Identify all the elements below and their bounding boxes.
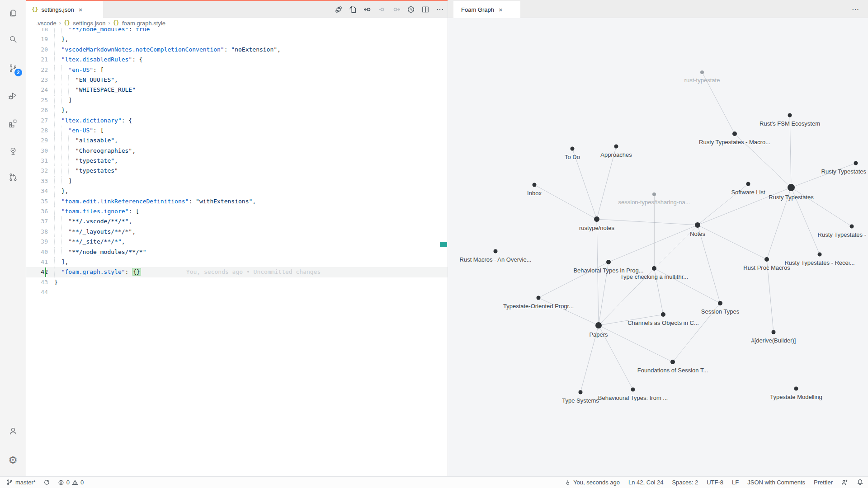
cursor-position[interactable]: Ln 42, Col 24 xyxy=(628,477,663,488)
overview-ruler-marker[interactable] xyxy=(440,242,447,247)
code-line-24[interactable]: 24 "WHITESPACE_RULE" xyxy=(26,85,448,95)
graph-edge xyxy=(534,185,597,219)
breadcrumb-item[interactable]: foam.graph.style xyxy=(122,20,165,27)
graph-edge xyxy=(791,163,856,188)
eol[interactable]: LF xyxy=(732,477,739,488)
more-actions-icon[interactable]: ⋯ xyxy=(850,4,861,14)
code-line-30[interactable]: 30 "Choreographies", xyxy=(26,146,448,156)
close-icon[interactable]: × xyxy=(77,6,84,14)
tab-settings-json[interactable]: {} settings.json × xyxy=(26,1,103,18)
code-token: , xyxy=(277,46,281,53)
graph-node-rust-proc-macros[interactable] xyxy=(764,257,769,262)
graph-node-session-types[interactable] xyxy=(718,301,722,305)
indentation[interactable]: Spaces: 2 xyxy=(672,477,698,488)
code-line-20[interactable]: 20 "vscodeMarkdownNotes.noteCompletionCo… xyxy=(26,45,448,55)
graph-node-typestate-modelling[interactable] xyxy=(794,387,798,391)
sidebar-item-settings[interactable]: ⚙ xyxy=(0,449,26,471)
graph-node-behavioural-types-from[interactable] xyxy=(631,388,635,392)
feedback[interactable] xyxy=(841,477,848,488)
code-line-37[interactable]: 37 "**/.vscode/**/*", xyxy=(26,216,448,226)
code-line-27[interactable]: 27 "ltex.dictionary": { xyxy=(26,116,448,126)
code-line-29[interactable]: 29 "aliasable", xyxy=(26,136,448,145)
graph-node-type-systems[interactable] xyxy=(579,390,583,394)
graph-node-rust-macros-overview[interactable] xyxy=(494,249,498,253)
code-line-25[interactable]: 25 ] xyxy=(26,95,448,105)
split-icon[interactable] xyxy=(420,5,430,14)
sidebar-item-explorer[interactable] xyxy=(0,3,26,24)
formatter[interactable]: Prettier xyxy=(814,477,833,488)
branch-status[interactable]: master* xyxy=(6,477,36,488)
graph-node-software-list[interactable] xyxy=(746,182,750,186)
sidebar-item-extensions[interactable] xyxy=(0,113,26,134)
code-line-44[interactable]: 44 xyxy=(26,287,448,297)
sidebar-item-source-control-history[interactable] xyxy=(0,166,26,188)
tab-foam-graph[interactable]: Foam Graph × xyxy=(453,1,520,18)
timeline-icon[interactable] xyxy=(406,5,416,14)
notifications[interactable] xyxy=(857,477,863,488)
graph-node-rusty-typestates-right[interactable] xyxy=(854,161,858,165)
code-line-26[interactable]: 26 }, xyxy=(26,105,448,115)
indent-guide xyxy=(61,136,62,145)
code-line-22[interactable]: 22 "en-US": [ xyxy=(26,65,448,75)
graph-node-type-checking[interactable] xyxy=(652,266,656,271)
sidebar-item-source-control[interactable]: 2 xyxy=(0,57,26,79)
more-icon[interactable] xyxy=(435,5,445,14)
graph-node-rusty-typestates-hub[interactable] xyxy=(788,184,795,191)
problems-status[interactable]: 00 xyxy=(58,477,84,488)
code-line-43[interactable]: 43} xyxy=(26,277,448,287)
graph-node-channels-objects[interactable] xyxy=(661,312,665,317)
history-icon xyxy=(8,172,19,183)
blame-status[interactable]: You, seconds ago xyxy=(565,477,620,488)
code-editor[interactable]: 18 "**/node_modules": true19 },20 "vscod… xyxy=(26,28,448,476)
file-arrow-icon[interactable] xyxy=(348,5,358,14)
sync-button[interactable] xyxy=(43,477,50,488)
graph-node-session-types-sharing[interactable] xyxy=(652,192,656,196)
code-line-35[interactable]: 35 "foam.edit.linkReferenceDefinitions":… xyxy=(26,197,448,206)
code-line-32[interactable]: 32 "typestates" xyxy=(26,166,448,176)
sidebar-item-run-debug[interactable] xyxy=(0,85,26,107)
code-line-39[interactable]: 39 "**/_site/**/*", xyxy=(26,237,448,247)
sidebar-item-todo-tree[interactable] xyxy=(0,141,26,162)
code-line-34[interactable]: 34 }, xyxy=(26,186,448,196)
graph-node-to-do[interactable] xyxy=(571,147,575,151)
code-line-18[interactable]: 18 "**/node_modules": true xyxy=(26,28,448,34)
graph-node-typestate-oriented[interactable] xyxy=(537,296,541,300)
graph-node-notes[interactable] xyxy=(695,222,700,228)
code-line-36[interactable]: 36 "foam.files.ignore": [ xyxy=(26,206,448,216)
graph-node-papers[interactable] xyxy=(595,322,602,328)
language-mode[interactable]: JSON with Comments xyxy=(747,477,805,488)
foam-graph-canvas[interactable]: rust-typestateRust's FSM EcosystemRusty … xyxy=(448,18,868,476)
indent-guide xyxy=(54,267,55,277)
breadcrumb-item[interactable]: .vscode xyxy=(36,20,57,27)
code-line-31[interactable]: 31 "typestate", xyxy=(26,156,448,166)
code-line-33[interactable]: 33 ] xyxy=(26,176,448,186)
compare-icon[interactable] xyxy=(334,5,344,14)
code-line-42[interactable]: 42 "foam.graph.style": {}You, seconds ag… xyxy=(26,267,448,277)
graph-node-rusty-typestates-macro[interactable] xyxy=(732,131,737,136)
code-line-40[interactable]: 40 "**/node_modules/**/*" xyxy=(26,247,448,257)
graph-node-derive-builder[interactable] xyxy=(772,330,776,334)
code-line-38[interactable]: 38 "**/_layouts/**/*", xyxy=(26,227,448,237)
encoding[interactable]: UTF-8 xyxy=(707,477,723,488)
close-icon[interactable]: × xyxy=(497,6,504,14)
graph-node-behavioral-types[interactable] xyxy=(606,260,611,264)
graph-node-inbox[interactable] xyxy=(533,183,537,187)
graph-node-approaches[interactable] xyxy=(614,145,618,149)
code-line-19[interactable]: 19 }, xyxy=(26,34,448,44)
graph-node-rustype-notes[interactable] xyxy=(594,216,599,222)
graph-node-rusty-typestates-far-right[interactable] xyxy=(850,225,854,229)
sidebar-item-search[interactable] xyxy=(0,28,26,50)
code-line-28[interactable]: 28 "en-US": [ xyxy=(26,126,448,136)
breadcrumb-item[interactable]: settings.json xyxy=(73,20,105,27)
editor-sash[interactable] xyxy=(448,0,448,476)
code-line-23[interactable]: 23 "EN_QUOTES", xyxy=(26,75,448,85)
sidebar-item-account[interactable] xyxy=(0,420,26,442)
prev-change-icon[interactable] xyxy=(363,5,373,14)
graph-node-foundations-session[interactable] xyxy=(670,360,675,364)
graph-node-rusty-typestates-recei[interactable] xyxy=(818,253,822,257)
code-line-21[interactable]: 21 "ltex.disabledRules": { xyxy=(26,55,448,65)
graph-node-rusts-fsm-ecosystem[interactable] xyxy=(788,113,792,117)
graph-node-label-rusty-typestates-hub: Rusty Typestates xyxy=(769,194,813,201)
graph-node-rust-typestate[interactable] xyxy=(700,70,704,74)
code-line-41[interactable]: 41 ], xyxy=(26,257,448,267)
